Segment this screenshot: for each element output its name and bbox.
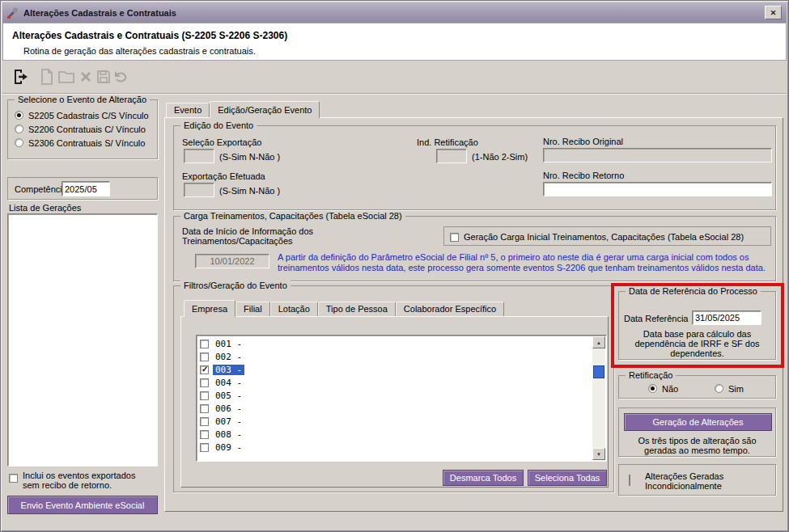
list-item[interactable]: 007 - xyxy=(197,415,606,428)
filtros-group-title: Filtros/Geração do Evento xyxy=(180,281,291,290)
referencia-group: Data de Referência do Processo Data Refe… xyxy=(618,291,776,360)
save-icon xyxy=(96,70,111,84)
tab-tipo-de-pessoa[interactable]: Tipo de Pessoa xyxy=(318,302,396,316)
carga-checkbox[interactable]: Geração Carga Inicial Treinamentos, Capa… xyxy=(450,232,744,242)
scrollbar[interactable] xyxy=(592,336,605,460)
radio-icon xyxy=(648,384,657,393)
geracao-note-line2: geradas ao mesmo tempo. xyxy=(619,445,775,455)
title-bar: Alterações Cadastrais e Contratuais xyxy=(2,2,787,23)
list-item-label: 007 - xyxy=(213,416,244,427)
new-document-icon xyxy=(40,69,54,85)
list-item-label: 001 - xyxy=(213,339,244,349)
list-item[interactable]: 001 - xyxy=(197,337,606,350)
undo-icon xyxy=(113,70,129,83)
referencia-note-line1: Data base para cálculo das xyxy=(619,329,775,339)
radio-label: Não xyxy=(662,384,678,394)
exportacao-efetuada-field[interactable] xyxy=(184,183,214,197)
radio-nao[interactable]: Não xyxy=(648,383,678,394)
tab-evento[interactable]: Evento xyxy=(166,103,210,117)
exit-button[interactable] xyxy=(11,66,32,87)
lista-geracoes-label: Lista de Gerações xyxy=(9,203,81,213)
list-item[interactable]: 005 - xyxy=(197,389,606,402)
geracao-alteracoes-button[interactable]: Geração de Alterações xyxy=(624,413,772,431)
referencia-note-line2: dependência de IRRF e SF dos xyxy=(619,339,775,348)
list-item-label: 002 - xyxy=(213,352,244,362)
list-item[interactable]: 008 - xyxy=(197,428,606,441)
lista-geracoes-listbox[interactable] xyxy=(7,213,158,467)
delete-icon xyxy=(79,70,92,83)
seleciona-todas-button[interactable]: Seleciona Todas xyxy=(528,470,607,486)
scroll-up-icon[interactable] xyxy=(592,336,605,348)
include-exported-label-line1: Inclui os eventos exportados xyxy=(23,471,135,480)
competencia-label: Competência xyxy=(15,184,67,194)
checkbox-icon[interactable] xyxy=(200,340,209,348)
radio-icon xyxy=(15,111,23,120)
tab-lotacao[interactable]: Lotação xyxy=(270,302,318,316)
new-document-button[interactable] xyxy=(36,66,57,87)
radio-s2206[interactable]: S2206 Contratuais C/ Vínculo xyxy=(15,124,146,134)
checkbox-icon[interactable] xyxy=(200,391,209,400)
selecao-exportacao-field[interactable] xyxy=(184,149,214,163)
empresa-listbox[interactable]: 001 - 002 - 003 - 004 - xyxy=(196,335,607,462)
list-item[interactable]: 006 - xyxy=(197,402,606,415)
checkbox-icon[interactable] xyxy=(200,417,209,426)
checkbox-icon[interactable] xyxy=(200,353,209,361)
geracao-note-line1: Os três tipos de alteração são xyxy=(619,436,775,445)
list-item-label: 003 - xyxy=(213,365,244,375)
list-item[interactable]: 009 - xyxy=(197,441,606,454)
exportacao-efetuada-hint: (S-Sim N-Não ) xyxy=(219,186,280,196)
radio-sim[interactable]: Sim xyxy=(715,383,744,394)
list-item-label: 005 - xyxy=(213,391,244,401)
close-icon[interactable] xyxy=(765,6,782,19)
edicao-group-title: Edição do Evento xyxy=(180,120,257,130)
radio-label: Sim xyxy=(728,384,744,394)
event-selection-group-title: Selecione o Evento de Alteração xyxy=(15,95,150,104)
incondicional-checkbox[interactable] xyxy=(629,475,630,485)
ind-retificacao-hint: (1-Não 2-Sim) xyxy=(472,152,528,162)
carga-info-line1: A partir da definição do Parâmetro eSoci… xyxy=(278,252,749,262)
undo-button[interactable] xyxy=(111,66,132,87)
tab-edicao-geracao-evento[interactable]: Edição/Geração Evento xyxy=(210,101,320,118)
checkbox-icon xyxy=(629,475,630,486)
list-item-label: 004 - xyxy=(213,378,244,388)
recibo-original-field[interactable] xyxy=(543,148,772,163)
tab-filial[interactable]: Filial xyxy=(235,302,270,316)
list-item-label: 008 - xyxy=(213,429,244,440)
checkbox-icon[interactable] xyxy=(200,404,209,413)
page-title: Alterações Cadastrais e Contratuais (S-2… xyxy=(12,31,287,40)
ind-retificacao-field[interactable] xyxy=(436,149,467,163)
radio-s2205[interactable]: S2205 Cadastrais C/S Vínculo xyxy=(15,110,149,120)
radio-icon xyxy=(715,384,723,393)
desmarca-todos-button[interactable]: Desmarca Todos xyxy=(443,470,524,486)
checkbox-icon[interactable] xyxy=(200,430,209,439)
incondicional-panel: Alterações Geradas Incondicionalmente xyxy=(618,464,776,496)
tab-empresa[interactable]: Empresa xyxy=(184,300,235,317)
edicao-group: Edição do Evento Seleção Exportação (S-S… xyxy=(173,125,776,210)
list-item[interactable]: 003 - xyxy=(197,363,606,376)
window-title: Alterações Cadastrais e Contratuais xyxy=(23,8,176,18)
checkbox-icon[interactable] xyxy=(200,365,209,374)
list-item[interactable]: 004 - xyxy=(197,376,606,389)
recibo-retorno-field[interactable] xyxy=(543,182,772,196)
scroll-down-icon[interactable] xyxy=(592,448,605,460)
scrollbar-thumb[interactable] xyxy=(593,365,604,378)
retificacao-group-title: Retificação xyxy=(626,370,676,380)
geracao-panel: Geração de Alterações Os três tipos de a… xyxy=(618,407,776,457)
ind-retificacao-label: Ind. Retificação xyxy=(417,137,478,147)
list-item[interactable]: 002 - xyxy=(197,350,606,363)
tab-colaborador-especifico[interactable]: Colaborador Específico xyxy=(396,302,504,316)
empresa-tab-panel: 001 - 002 - 003 - 004 - xyxy=(180,316,609,488)
checkbox-icon[interactable] xyxy=(200,443,209,452)
selecao-exportacao-hint: (S-Sim N-Não ) xyxy=(219,152,280,162)
envio-evento-button[interactable]: Envio Evento Ambiente eSocial xyxy=(7,496,158,514)
data-referencia-field[interactable] xyxy=(692,310,761,325)
checkbox-icon[interactable] xyxy=(200,378,209,387)
competencia-field[interactable] xyxy=(62,181,110,196)
data-inicio-field[interactable]: 10/01/2022 xyxy=(195,254,269,268)
radio-label: S2306 Contratuais S/ Vínculo xyxy=(28,138,145,148)
open-folder-button[interactable] xyxy=(56,66,77,87)
radio-s2306[interactable]: S2306 Contratuais S/ Vínculo xyxy=(15,137,145,148)
incondicional-label-line2: Incondicionalmente xyxy=(645,481,722,491)
filtros-tab-strip: Empresa Filial Lotação Tipo de Pessoa Co… xyxy=(184,299,504,316)
selecao-exportacao-label: Seleção Exportação xyxy=(182,137,261,147)
